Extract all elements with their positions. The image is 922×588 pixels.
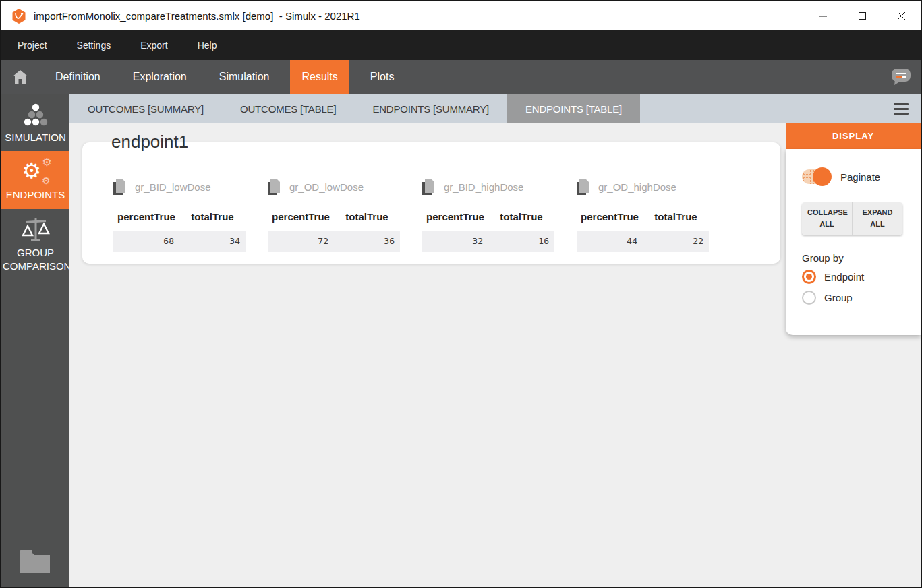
- title-bar: importFromMonolix_compareTreatments.smlx…: [1, 1, 921, 30]
- radio-endpoint[interactable]: Endpoint: [802, 268, 921, 285]
- column-header-totaltrue: totalTrue: [179, 211, 246, 226]
- sidebar: SIMULATION ⚙ ⚙ ⚙ ENDPOINTS: [1, 94, 69, 587]
- value-totaltrue: 22: [643, 231, 709, 252]
- hamburger-menu-icon[interactable]: [894, 103, 909, 117]
- subtab-outcomes-summary[interactable]: OUTCOMES [SUMMARY]: [69, 94, 222, 123]
- radio-endpoint-label: Endpoint: [824, 271, 864, 283]
- simulation-cluster-icon: [3, 102, 68, 127]
- tab-simulation[interactable]: Simulation: [208, 60, 281, 94]
- sidebar-item-label: SIMULATION: [5, 131, 66, 143]
- results-subtab-bar: OUTCOMES [SUMMARY] OUTCOMES [TABLE] ENDP…: [69, 94, 921, 123]
- sidebar-item-endpoints[interactable]: ⚙ ⚙ ⚙ ENDPOINTS: [1, 151, 69, 208]
- menu-settings[interactable]: Settings: [77, 40, 111, 51]
- group-table: gr_BID_lowDose percentTrue totalTrue 68 …: [113, 179, 246, 252]
- column-header-totaltrue: totalTrue: [643, 211, 709, 226]
- subtab-endpoints-table[interactable]: ENDPOINTS [TABLE]: [507, 94, 640, 123]
- group-table: gr_OD_highDose percentTrue totalTrue 44 …: [577, 179, 709, 252]
- sidebar-item-label: GROUP COMPARISON: [3, 247, 71, 272]
- group-table: gr_OD_lowDose percentTrue totalTrue 72 3…: [268, 179, 400, 252]
- sidebar-item-label: ENDPOINTS: [6, 189, 65, 200]
- group-by-label: Group by: [802, 252, 921, 264]
- radio-group-label: Group: [824, 292, 853, 303]
- value-totaltrue: 16: [488, 231, 554, 252]
- pages-icon: [268, 179, 281, 195]
- pages-icon: [113, 179, 126, 195]
- chat-bubble-icon[interactable]: [891, 69, 911, 86]
- tab-exploration[interactable]: Exploration: [121, 60, 198, 94]
- pages-icon: [422, 179, 435, 195]
- column-header-percenttrue: percentTrue: [113, 211, 179, 226]
- group-tables: gr_BID_lowDose percentTrue totalTrue 68 …: [82, 142, 780, 252]
- value-percenttrue: 44: [577, 231, 643, 252]
- endpoint-title: endpoint1: [111, 131, 188, 152]
- radio-group[interactable]: Group: [802, 289, 921, 305]
- lower-region: SIMULATION ⚙ ⚙ ⚙ ENDPOINTS: [1, 94, 921, 587]
- value-percenttrue: 32: [422, 231, 488, 252]
- group-name: gr_OD_lowDose: [289, 181, 364, 193]
- radio-endpoint-control[interactable]: [802, 270, 816, 284]
- value-row: 32 16: [422, 231, 554, 252]
- display-panel: DISPLAY Paginate COLLAPSE ALL EXPAND ALL…: [786, 123, 921, 335]
- paginate-label: Paginate: [840, 171, 880, 183]
- tab-definition[interactable]: Definition: [44, 60, 112, 94]
- simulx-window: { "window": { "title": "importFromMonoli…: [0, 0, 922, 588]
- tab-results[interactable]: Results: [290, 60, 349, 94]
- value-row: 44 22: [577, 231, 709, 252]
- group-table: gr_BID_highDose percentTrue totalTrue 32…: [422, 179, 554, 252]
- paginate-toggle[interactable]: [802, 169, 830, 184]
- sidebar-item-group-comparison[interactable]: GROUP COMPARISON: [1, 209, 69, 281]
- window-title: importFromMonolix_compareTreatments.smlx…: [34, 10, 360, 22]
- balance-scale-icon: [3, 217, 68, 243]
- column-header-totaltrue: totalTrue: [488, 211, 554, 226]
- pages-icon: [577, 179, 589, 195]
- column-header-totaltrue: totalTrue: [334, 211, 400, 226]
- endpoint-card: endpoint1 gr_BID_lowDose percentTrue: [82, 142, 780, 264]
- tab-plots[interactable]: Plots: [359, 60, 406, 94]
- home-icon: [13, 70, 28, 84]
- window-controls: [803, 1, 921, 30]
- value-totaltrue: 36: [334, 231, 400, 252]
- value-row: 68 34: [113, 231, 246, 252]
- paginate-row: Paginate: [802, 167, 921, 186]
- main-nav-bar: Definition Exploration Simulation Result…: [1, 60, 921, 94]
- simulx-hexagon-icon: [11, 8, 27, 24]
- value-percenttrue: 68: [113, 231, 179, 252]
- close-icon[interactable]: [882, 1, 921, 30]
- gears-icon: ⚙ ⚙ ⚙: [3, 159, 68, 185]
- subtab-endpoints-summary[interactable]: ENDPOINTS [SUMMARY]: [354, 94, 507, 123]
- collapse-expand-buttons: COLLAPSE ALL EXPAND ALL: [802, 202, 902, 235]
- value-percenttrue: 72: [268, 231, 334, 252]
- column-header-percenttrue: percentTrue: [268, 211, 334, 226]
- home-tab[interactable]: [1, 60, 39, 94]
- radio-group-control[interactable]: [802, 291, 816, 305]
- value-totaltrue: 34: [179, 231, 246, 252]
- value-row: 72 36: [268, 231, 400, 252]
- menu-project[interactable]: Project: [18, 40, 47, 51]
- display-panel-header: DISPLAY: [786, 123, 921, 149]
- maximize-icon[interactable]: [842, 1, 882, 30]
- menu-export[interactable]: Export: [140, 40, 167, 51]
- subtab-outcomes-table[interactable]: OUTCOMES [TABLE]: [222, 94, 354, 123]
- column-header-percenttrue: percentTrue: [422, 211, 488, 226]
- sidebar-item-simulation[interactable]: SIMULATION: [1, 94, 69, 151]
- group-name: gr_OD_highDose: [598, 181, 676, 193]
- right-column: OUTCOMES [SUMMARY] OUTCOMES [TABLE] ENDP…: [69, 94, 921, 587]
- folder-icon[interactable]: [1, 548, 69, 587]
- collapse-all-button[interactable]: COLLAPSE ALL: [802, 202, 852, 235]
- sidebar-spacer: [1, 280, 69, 548]
- menu-help[interactable]: Help: [198, 40, 217, 51]
- group-name: gr_BID_lowDose: [135, 181, 211, 193]
- minimize-icon[interactable]: [803, 1, 842, 30]
- expand-all-button[interactable]: EXPAND ALL: [852, 202, 902, 235]
- column-header-percenttrue: percentTrue: [577, 211, 643, 226]
- menu-bar: Project Settings Export Help: [1, 30, 921, 60]
- group-name: gr_BID_highDose: [444, 181, 523, 193]
